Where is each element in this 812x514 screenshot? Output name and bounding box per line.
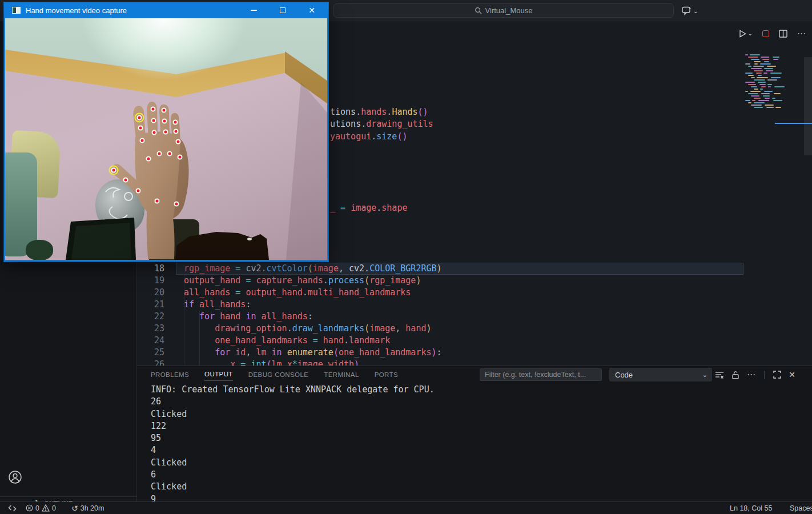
hand-landmark — [173, 120, 178, 125]
code-fragment: yautogui.size() — [330, 131, 407, 142]
chevron-down-icon: ⌄ — [748, 30, 753, 37]
line-number: 19 — [137, 275, 164, 287]
error-icon — [26, 504, 33, 512]
code-text: for id, lm in enumerate(one_hand_landmar… — [184, 347, 442, 359]
hand-landmark — [151, 107, 156, 112]
hand-landmark — [138, 126, 143, 131]
line-number: 21 — [137, 299, 164, 311]
line-number: 22 — [137, 311, 164, 323]
timer-status[interactable]: ↺ 3h 20m — [71, 502, 104, 514]
code-text: rgp_image = cv2.cvtColor(image, cv2.COLO… — [184, 263, 442, 275]
video-window-title: Hand movement video capture — [26, 6, 127, 15]
code-line[interactable]: 21if all_hands: — [137, 299, 812, 311]
editor-actions: ⌄ ⋯ — [739, 27, 806, 41]
hand-landmark — [146, 156, 151, 162]
hand-landmark — [151, 118, 156, 123]
separator: | — [763, 370, 766, 380]
video-window-titlebar[interactable]: Hand movement video capture ✕ — [4, 2, 328, 18]
line-number: 18 — [137, 263, 164, 275]
channel-label: Code — [615, 371, 633, 379]
search-icon — [475, 7, 482, 14]
command-center-search[interactable]: Virtual_Mouse — [333, 3, 674, 18]
code-text: for hand in all_hands: — [184, 311, 313, 323]
code-text: all_hands = output_hand.multi_hand_landm… — [184, 287, 411, 299]
line-number: 26 — [137, 359, 164, 366]
hand-landmark — [152, 130, 157, 135]
hand-landmark-highlighted — [111, 168, 116, 173]
copilot-menu[interactable]: ⌄ — [682, 5, 705, 17]
cursor-position[interactable]: Ln 18, Col 55 — [730, 502, 772, 514]
hand-landmark — [155, 199, 160, 204]
code-fragment: _ = image.shape — [330, 203, 407, 213]
indentation-status[interactable]: Spaces — [790, 502, 812, 514]
panel-tab-ports[interactable]: PORTS — [375, 368, 398, 380]
hand-landmark — [162, 108, 167, 113]
code-line[interactable]: 18rgp_image = cv2.cvtColor(image, cv2.CO… — [137, 263, 812, 275]
run-button[interactable]: ⌄ — [739, 30, 753, 38]
code-line[interactable]: 25 for id, lm in enumerate(one_hand_land… — [137, 347, 812, 359]
line-number: 25 — [137, 347, 164, 359]
close-button[interactable]: ✕ — [300, 2, 323, 18]
code-fragment: utions.drawing_utils — [330, 119, 433, 129]
output-log[interactable]: INFO: Created TensorFlow Lite XNNPACK de… — [151, 384, 802, 501]
problems-status[interactable]: 0 0 — [26, 502, 56, 514]
hand-landmark — [174, 202, 179, 207]
output-channel-select[interactable]: Code ⌄ — [609, 368, 712, 382]
warning-count: 0 — [52, 504, 56, 512]
output-filter-input[interactable] — [480, 368, 602, 381]
code-fragment: tions.hands.Hands() — [330, 107, 428, 117]
panel-tab-output[interactable]: OUTPUT — [204, 368, 233, 380]
history-clock-icon: ↺ — [71, 504, 78, 513]
minimize-button[interactable] — [242, 2, 265, 18]
panel-tab-debug-console[interactable]: DEBUG CONSOLE — [248, 368, 309, 380]
overview-ruler-cursor — [775, 123, 812, 124]
code-line[interactable]: 19output_hand = capture_hands.process(rg… — [137, 275, 812, 287]
account-icon[interactable] — [8, 470, 22, 484]
hand-landmark — [163, 130, 168, 135]
error-count: 0 — [35, 504, 39, 512]
unlock-autoscroll-icon[interactable] — [731, 371, 739, 379]
timer-value: 3h 20m — [81, 504, 104, 512]
more-actions-icon[interactable]: ⋯ — [797, 29, 806, 39]
status-bar: 0 0 ↺ 3h 20m Ln 18, Col 55 Spaces — [0, 501, 812, 514]
hand — [5, 18, 327, 260]
hand-landmark-highlighted — [137, 115, 142, 121]
code-line[interactable]: 22 for hand in all_hands: — [137, 311, 812, 323]
code-lines[interactable]: 18rgp_image = cv2.cvtColor(image, cv2.CO… — [137, 263, 812, 366]
hand-landmark — [176, 139, 181, 144]
line-number: 24 — [137, 335, 164, 347]
hand-landmark — [167, 151, 172, 156]
minimap[interactable] — [745, 54, 779, 134]
hand-landmark — [136, 188, 141, 194]
code-text: output_hand = capture_hands.process(rgp_… — [184, 275, 421, 287]
code-line[interactable]: 23 drawing_option.draw_landmarks(image, … — [137, 323, 812, 335]
code-text: if all_hands: — [184, 299, 251, 311]
code-line[interactable]: 20all_hands = output_hand.multi_hand_lan… — [137, 287, 812, 299]
remote-indicator[interactable] — [8, 502, 17, 514]
panel-tab-terminal[interactable]: TERMINAL — [324, 368, 359, 380]
code-line[interactable]: 24 one_hand_landmarks = hand.landmark — [137, 335, 812, 347]
hand-landmark — [157, 151, 162, 156]
maximize-button[interactable] — [271, 2, 294, 18]
split-editor-icon[interactable] — [779, 30, 787, 38]
warning-icon — [42, 504, 50, 512]
copilot-chat-icon — [682, 6, 692, 15]
panel-action-icons: ⋯ | ✕ — [715, 368, 795, 382]
chevron-down-icon: ⌄ — [693, 8, 698, 14]
chevron-down-icon: ⌄ — [702, 371, 708, 379]
editor-scrollbar[interactable] — [804, 57, 812, 155]
video-capture-window[interactable]: Hand movement video capture ✕ — [4, 2, 328, 262]
close-panel-icon[interactable]: ✕ — [789, 370, 795, 379]
hand-landmark — [140, 138, 145, 143]
panel-tab-problems[interactable]: PROBLEMS — [151, 368, 189, 380]
bottom-panel: PROBLEMSOUTPUTDEBUG CONSOLETERMINALPORTS… — [137, 366, 812, 501]
code-text: x = int(lm.x*image_width) — [184, 359, 359, 366]
maximize-panel-icon[interactable] — [773, 371, 781, 379]
code-text: one_hand_landmarks = hand.landmark — [184, 335, 390, 347]
clear-output-icon[interactable] — [715, 371, 724, 379]
hand-landmark — [178, 155, 183, 160]
code-line[interactable]: 26 x = int(lm.x*image_width) — [137, 359, 812, 366]
line-number: 20 — [137, 287, 164, 299]
stop-button[interactable] — [762, 30, 769, 37]
panel-more-actions-icon[interactable]: ⋯ — [747, 370, 756, 380]
